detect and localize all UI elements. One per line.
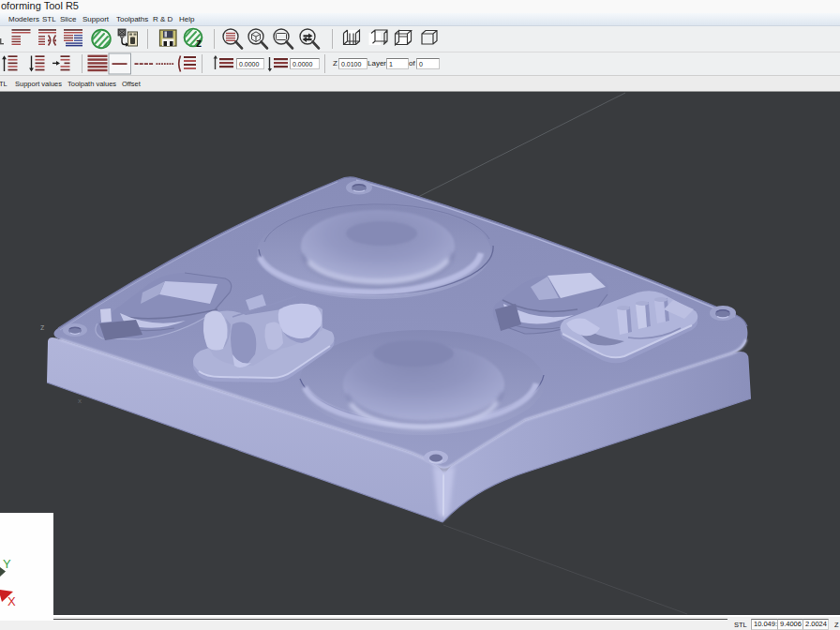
- svg-text:z: z: [196, 37, 202, 50]
- svg-text:z: z: [40, 322, 45, 332]
- svg-text:x: x: [78, 397, 82, 405]
- svg-text:X: X: [8, 594, 16, 608]
- svg-text:Y: Y: [3, 557, 11, 571]
